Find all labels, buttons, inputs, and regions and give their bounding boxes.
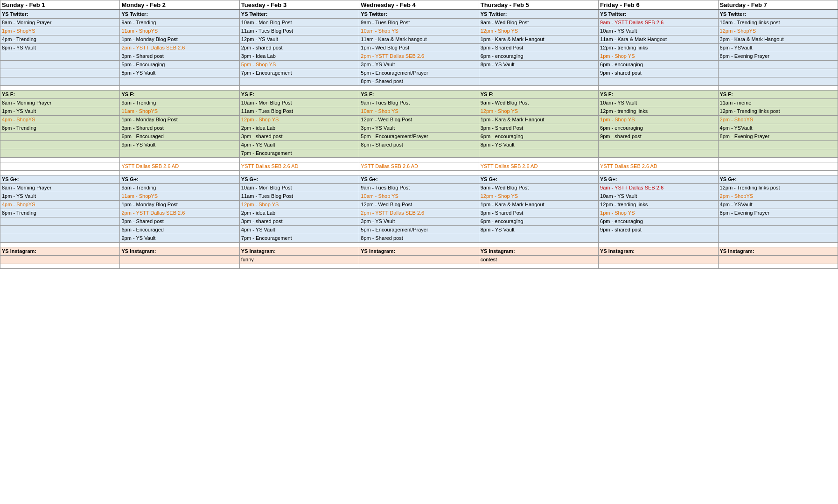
cell-text: 3pm - Shared Post (481, 45, 524, 50)
cell-0-4 (0, 52, 120, 60)
section-label-text: YS Instagram: (361, 248, 395, 254)
cell-3-0: 9am - Tues Blog Post (359, 98, 479, 107)
cell-3-1: 10am - Shop YS (359, 27, 479, 35)
cell-text: 7pm - Encouragement (241, 70, 292, 76)
section-label-text: YS Twitter: (600, 11, 627, 17)
cell-0-3: 8pm - Trending (0, 124, 120, 132)
cell-3-2: 12pm - Wed Blog Post (359, 115, 479, 124)
section-row-twitter-0: 8am - Morning Prayer9am - Trending10am -… (0, 18, 838, 27)
cell-text: 8pm - Evening Prayer (720, 133, 769, 139)
cell-5-5: 6pm - encouraging (599, 60, 718, 69)
cell-6-0 (718, 255, 838, 264)
cell-text: 4pm - YS Vault (241, 227, 275, 232)
cell-2-1: 11am - Tues Blog Post (239, 192, 359, 200)
cell-4-5: 8pm - YS Vault (479, 60, 598, 69)
cell-0-2: 4pm - ShopYS (0, 200, 120, 209)
cell-2-2: 12pm - Shop YS (239, 115, 359, 124)
cell-text: 6pm - encouraging (481, 53, 524, 59)
cell-0-2: 4pm - ShopYS (0, 115, 120, 124)
cell-3-4: 5pm - Encouragement/Prayer (359, 132, 479, 140)
cell-text: 10am - Shop YS (361, 193, 398, 199)
cell-3-1: 10am - Shop YS (359, 107, 479, 115)
cell-text: 9am - Trending (121, 100, 156, 105)
spacer-row-ysf (0, 157, 838, 162)
cell-text: funny (241, 257, 254, 262)
cell-text: 11am - Tues Blog Post (241, 108, 293, 114)
cell-text: 5pm - Encouragement/Prayer (361, 70, 428, 76)
cell-4-3: 3pm - Shared Post (479, 124, 598, 132)
cell-text: 3pm - Shared Post (481, 210, 524, 216)
cell-text: 12pm - Shop YS (481, 28, 518, 34)
cell-text: 8pm - Shared post (361, 78, 403, 84)
section-label-text: YS F: (241, 91, 254, 97)
cell-6-2: 2pm - ShopYS (718, 115, 838, 124)
cell-text: 11am - Kara & Mark Hangout (600, 36, 667, 42)
cell-4-1: 12pm - Shop YS (479, 107, 598, 115)
cell-4-2: 1pm - Kara & Mark Hangout (479, 200, 598, 209)
cell-text: 3pm - YS Vault (361, 125, 395, 131)
section-row-ysf-4: 6pm - Encouraged3pm - shared post5pm - E… (0, 132, 838, 140)
cell-text: 3pm - Shared post (121, 125, 164, 131)
cell-4-0: 9am - Wed Blog Post (479, 183, 598, 192)
cell-text: 10am - Mon Blog Post (241, 185, 292, 190)
spacer-row (0, 170, 838, 175)
section-label-text: YS Twitter: (720, 11, 747, 17)
cell-6-7 (718, 77, 838, 85)
cell-6-2: 4pm - YSVault (718, 200, 838, 209)
cell-5-7 (599, 77, 718, 85)
header-row: Sunday - Feb 1Monday - Feb 2Tuesday - Fe… (0, 0, 838, 10)
section-label-cell-6: YS Twitter: (718, 10, 838, 18)
ad-cell-3: YSTT Dallas SEB 2.6 AD (359, 162, 479, 170)
cell-4-2: 1pm - Kara & Mark Hangout (479, 35, 598, 43)
cell-text: 10am - YS Vault (600, 100, 637, 105)
section-label-cell-4: YS Twitter: (479, 10, 598, 18)
cell-text: 9am - Trending (121, 20, 156, 25)
cell-2-3: 2pm - idea Lab (239, 209, 359, 217)
cell-3-7: 8pm - Shared post (359, 77, 479, 85)
cell-text: 11am - Tues Blog Post (241, 193, 293, 199)
cell-4-0: 9am - Wed Blog Post (479, 18, 598, 27)
cell-0-3: 8pm - YS Vault (0, 43, 120, 52)
section-label-text: YS Instagram: (600, 248, 635, 254)
cell-1-1: 11am - ShopYS (120, 192, 239, 200)
section-label-cell-5: YS G+: (599, 175, 718, 183)
cell-text: 6pm - encouraging (600, 218, 643, 224)
cell-text: 9am - YSTT Dallas SEB 2.6 (600, 20, 663, 25)
cell-5-2: 11am - Kara & Mark Hangout (599, 35, 718, 43)
section-label-cell-4: YS G+: (479, 175, 598, 183)
cell-3-0: 9am - Tues Blog Post (359, 18, 479, 27)
cell-text: 12pm - ShopYS (720, 28, 756, 34)
header-col-2: Tuesday - Feb 3 (239, 0, 359, 10)
cell-text: 5pm - Encouraging (121, 62, 165, 67)
cell-6-0: 12pm - Trending links post (718, 183, 838, 192)
cell-text: 6pm - encouraging (481, 133, 524, 139)
cell-text: 4pm - YS Vault (241, 142, 275, 147)
cell-1-0: 9am - Trending (120, 183, 239, 192)
cell-text: 12pm - Trending links post (720, 108, 780, 114)
section-label-cell-0: YS G+: (0, 175, 120, 183)
cell-text: 3pm - shared post (241, 218, 283, 224)
section-row-twitter-5: 5pm - Encouraging5pm - Shop YS3pm - YS V… (0, 60, 838, 69)
cell-3-4: 2pm - YSTT Dallas SEB 2.6 (359, 52, 479, 60)
section-row-twitter-1: 1pm - ShopYS11am - ShopYS11am - Tues Blo… (0, 27, 838, 35)
cell-text: 3pm - Kara & Mark Hangout (720, 36, 784, 42)
cell-text: 4pm - ShopYS (2, 202, 35, 207)
cell-1-3: 2pm - YSTT Dallas SEB 2.6 (120, 43, 239, 52)
ad-cell-1: YSTT Dallas SEB 2.6 AD (120, 162, 239, 170)
cell-2-6: 7pm - Encouragement (239, 234, 359, 242)
cell-5-1: 10am - YS Vault (599, 27, 718, 35)
cell-6-6 (718, 149, 838, 157)
cell-2-1: 11am - Tues Blog Post (239, 27, 359, 35)
cell-0-6 (0, 149, 120, 157)
cell-5-0: 9am - YSTT Dallas SEB 2.6 (599, 183, 718, 192)
section-label-row-twitter: YS Twitter:YS Twitter:YS Twitter:YS Twit… (0, 10, 838, 18)
cell-3-6: 5pm - Encouragement/Prayer (359, 69, 479, 77)
section-label-text: YS Instagram: (2, 248, 36, 254)
cell-text: 3pm - shared post (241, 133, 283, 139)
section-row-gplus-6: 9pm - YS Vault7pm - Encouragement8pm - S… (0, 234, 838, 242)
cell-0-6 (0, 69, 120, 77)
section-label-text: YS G+: (121, 176, 138, 182)
cell-text: 1pm - Kara & Mark Hangout (481, 117, 545, 122)
cell-text: 3pm - YS Vault (361, 62, 395, 67)
cell-5-4: 1pm - Shop YS (599, 52, 718, 60)
